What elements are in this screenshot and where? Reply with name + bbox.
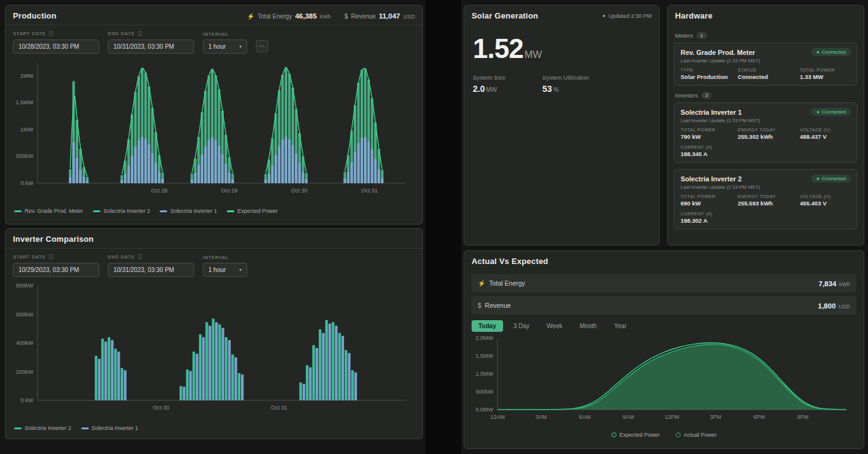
legend-item-expected[interactable]: Expected Power [612,432,660,438]
field-current: Current (A)198.302 A [681,212,734,224]
avse-title: Actual Vs Expected [472,257,548,266]
svg-text:500kW: 500kW [16,153,34,159]
hardware-header: Hardware [668,6,864,25]
production-filters: Start Dateⓘ End Dateⓘ Interval 1 hour ▾ … [6,25,422,56]
tab-year[interactable]: Year [607,320,633,332]
start-date-field: Start Dateⓘ [13,254,99,277]
start-date-input[interactable] [13,263,99,277]
system-fields: System Size 2.0MW System Utilization 53% [464,67,659,101]
svg-text:1.5MW: 1.5MW [15,99,33,105]
svg-text:3PM: 3PM [710,414,721,420]
field-current: Current (A)198.345 A [681,145,734,157]
hardware-title: Hardware [675,11,713,20]
comparison-header: Inverter Comparison [6,229,422,249]
comparison-chart-area: 800kW600kW400kW200kW0 kWOct 30Oct 31 [6,279,422,424]
revenue-stat: $ Revenue 11,047 USD [345,12,415,20]
row-value: 7,834 [819,280,837,287]
inverters-count-badge: 2 [702,92,711,99]
svg-text:9PM: 9PM [797,414,809,420]
chevron-down-icon: ▾ [239,267,242,273]
interval-select[interactable]: 1 hour ▾ [203,263,247,277]
inverter-2-swatch [93,210,100,212]
production-header: Production ⚡ Total Energy 46,385 kWh $ R… [6,6,422,25]
interval-label: Interval [203,255,229,260]
meters-label: Meters [675,32,693,39]
svg-text:1.0MW: 1.0MW [475,371,493,377]
status-dot-icon: ● [816,176,819,181]
svg-text:2.0MW: 2.0MW [475,335,493,341]
solar-generation-panel: Solar Generation ● Updated 2:30 PM 1.52M… [464,5,660,246]
production-title: Production [13,11,57,20]
svg-text:Oct 30: Oct 30 [291,188,308,194]
inverter-1-card[interactable]: Solectria Inverter 1 ●Connected Last Inv… [674,102,858,163]
meter-card[interactable]: Rev. Grade Prod. Meter ●Connected Last I… [674,43,858,86]
system-utilization-field: System Utilization 53% [542,74,589,94]
field-total-power: Total Power1.33 MW [800,68,851,80]
info-icon: ⓘ [137,30,143,37]
total-energy-stat: ⚡ Total Energy 46,385 kWh [247,12,331,20]
production-panel: Production ⚡ Total Energy 46,385 kWh $ R… [5,5,423,225]
expected-ring-icon [612,432,616,437]
start-date-label: Start Date [13,254,46,260]
stat-unit: kWh [320,14,331,20]
tab-month[interactable]: Month [573,320,604,332]
avse-chart: 2.0MW1.5MW1.0MW500kW0.0MW12AM3AM6AM9AM12… [469,334,855,428]
status-dot-icon: ● [816,49,819,55]
info-icon: ⓘ [48,30,54,37]
status-badge: ●Connected [811,48,851,56]
inverter-name: Solectria Inverter 1 [681,109,742,116]
legend-item-expected[interactable]: Expected Power [227,208,278,214]
end-date-input[interactable] [108,39,194,54]
production-chart-area: 2MW1.5MW1MW500kW0 kWOct 28Oct 29Oct 30Oc… [6,56,422,207]
chart-options-button[interactable]: ⋯ [256,40,268,52]
legend-item-inverter-1[interactable]: Solectria Inverter 1 [81,425,139,431]
svg-text:12PM: 12PM [665,414,679,420]
interval-label: Interval [203,31,229,37]
avse-legend: Expected Power Actual Power [464,431,864,438]
comparison-chart: 800kW600kW400kW200kW0 kWOct 30Oct 31 [10,281,414,421]
range-tabs: Today 3 Day Week Month Year [472,320,856,332]
expected-swatch [227,210,234,212]
interval-select[interactable]: 1 hour ▾ [203,39,247,54]
interval-field: Interval 1 hour ▾ [203,255,247,277]
svg-text:6AM: 6AM [579,414,591,420]
field-total-power: Total Power690 kW [681,194,734,207]
svg-text:Oct 29: Oct 29 [221,188,238,194]
inverter-comparison-panel: Inverter Comparison Start Dateⓘ End Date… [5,228,423,439]
legend-item-inverter-2[interactable]: Solectria Inverter 2 [14,425,72,431]
system-size-label: System Size [473,74,506,81]
legend-item-inverter-2[interactable]: Solectria Inverter 2 [93,208,150,214]
avse-chart-area: 2.0MW1.5MW1.0MW500kW0.0MW12AM3AM6AM9AM12… [464,333,864,431]
tab-week[interactable]: Week [540,320,569,332]
interval-field: Interval 1 hour ▾ [203,31,247,54]
row-unit: kWh [839,281,850,287]
svg-text:3AM: 3AM [535,414,547,420]
tab-3-day[interactable]: 3 Day [507,320,536,332]
svg-text:1.5MW: 1.5MW [475,353,493,359]
start-date-label: Start Date [13,31,46,36]
comparison-filters: Start Dateⓘ End Dateⓘ Interval 1 hour ▾ [6,249,422,279]
production-legend: Rev. Grade Prod. Meter Solectria Inverte… [6,207,422,215]
inverters-label: Inverters [675,92,698,99]
status-dot-icon: ● [602,13,605,19]
svg-text:6PM: 6PM [753,414,765,420]
tab-today[interactable]: Today [472,320,503,332]
status-badge: ●Connected [811,175,851,183]
legend-item-actual[interactable]: Actual Power [676,432,716,438]
legend-item-meter[interactable]: Rev. Grade Prod. Meter [14,208,83,214]
inverter-2-card[interactable]: Solectria Inverter 2 ●Connected Last Inv… [674,169,858,229]
interval-value: 1 hour [208,266,226,273]
solar-generation-header: Solar Generation ● Updated 2:30 PM [464,6,659,25]
inverter-last-update: Last Inverter Update (1:33 PM MST) [681,118,851,123]
field-type: TypeSolar Production [681,68,734,80]
column-divider [425,0,461,454]
dollar-icon: $ [345,13,348,20]
legend-item-inverter-1[interactable]: Solectria Inverter 1 [160,208,217,214]
comparison-title: Inverter Comparison [13,234,94,244]
start-date-input[interactable] [13,39,99,54]
svg-text:0 kW: 0 kW [20,180,33,186]
production-chart: 2MW1.5MW1MW500kW0 kWOct 28Oct 29Oct 30Oc… [10,57,414,204]
end-date-label: End Date [108,31,135,36]
svg-text:0.0MW: 0.0MW [475,407,493,413]
end-date-input[interactable] [108,263,194,277]
